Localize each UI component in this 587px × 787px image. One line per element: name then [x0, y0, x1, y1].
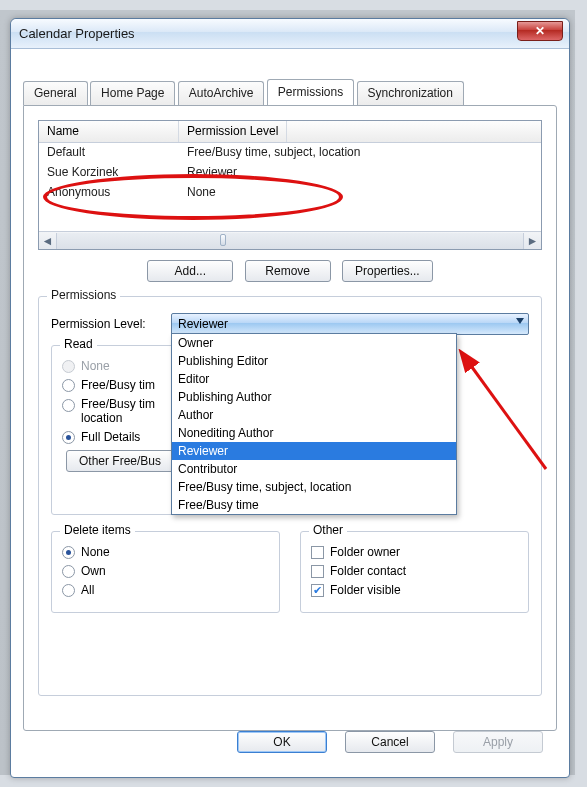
other-groupbox: Other Folder owner Folder contact ✔ Fold… — [300, 531, 529, 613]
cell-level: None — [179, 183, 224, 203]
table-row[interactable]: Anonymous None — [39, 183, 541, 203]
permissions-panel: Name Permission Level Default Free/Busy … — [23, 105, 557, 731]
tab-permissions[interactable]: Permissions — [267, 79, 354, 105]
dialog-footer: OK Cancel Apply — [233, 731, 547, 753]
tab-general[interactable]: General — [23, 81, 88, 105]
read-none-label: None — [81, 359, 110, 373]
cell-level: Reviewer — [179, 163, 245, 183]
read-freebusy-label: Free/Busy tim — [81, 378, 155, 392]
radio-dot-icon — [66, 435, 71, 440]
client-area: General Home Page AutoArchive Permission… — [19, 57, 561, 767]
scroll-trough[interactable] — [56, 233, 524, 249]
dropdown-item[interactable]: Author — [172, 406, 456, 424]
radio-icon — [62, 399, 75, 412]
combo-value: Reviewer — [178, 317, 228, 331]
window-title: Calendar Properties — [19, 26, 135, 41]
dropdown-item[interactable]: Editor — [172, 370, 456, 388]
folder-visible-row[interactable]: ✔ Folder visible — [311, 583, 518, 597]
dropdown-item[interactable]: Free/Busy time, subject, location — [172, 478, 456, 496]
other-legend: Other — [309, 523, 347, 537]
read-full-details-label: Full Details — [81, 430, 140, 444]
permission-level-row: Permission Level: Reviewer — [51, 313, 529, 335]
folder-owner-label: Folder owner — [330, 545, 400, 559]
checkbox-icon — [311, 546, 324, 559]
delete-all-label: All — [81, 583, 94, 597]
dropdown-item[interactable]: Free/Busy time — [172, 496, 456, 514]
permission-level-combo[interactable]: Reviewer — [171, 313, 529, 335]
scroll-left-icon[interactable]: ◄ — [39, 233, 56, 249]
delete-items-groupbox: Delete items None Own All — [51, 531, 280, 613]
radio-icon — [62, 546, 75, 559]
horizontal-scrollbar[interactable]: ◄ ► — [39, 231, 541, 249]
radio-icon — [62, 431, 75, 444]
add-button[interactable]: Add... — [147, 260, 233, 282]
ok-button[interactable]: OK — [237, 731, 327, 753]
delete-all-row[interactable]: All — [62, 583, 269, 597]
cell-name: Sue Korzinek — [39, 163, 179, 183]
folder-visible-label: Folder visible — [330, 583, 401, 597]
tabstrip: General Home Page AutoArchive Permission… — [23, 79, 557, 105]
dropdown-item[interactable]: Publishing Editor — [172, 352, 456, 370]
properties-button[interactable]: Properties... — [342, 260, 433, 282]
radio-icon — [62, 379, 75, 392]
scroll-right-icon[interactable]: ► — [524, 233, 541, 249]
titlebar: Calendar Properties ✕ — [11, 19, 569, 49]
cell-name: Anonymous — [39, 183, 179, 203]
table-row[interactable]: Default Free/Busy time, subject, locatio… — [39, 143, 541, 163]
dropdown-item[interactable]: Nonediting Author — [172, 424, 456, 442]
cancel-button[interactable]: Cancel — [345, 731, 435, 753]
dropdown-item[interactable]: Owner — [172, 334, 456, 352]
cell-name: Default — [39, 143, 179, 163]
other-freebusy-button[interactable]: Other Free/Bus — [66, 450, 174, 472]
check-icon: ✔ — [313, 585, 322, 596]
delete-other-row: Delete items None Own All — [51, 527, 529, 613]
folder-contact-label: Folder contact — [330, 564, 406, 578]
checkbox-icon — [311, 565, 324, 578]
remove-button[interactable]: Remove — [245, 260, 331, 282]
calendar-properties-dialog: Calendar Properties ✕ General Home Page … — [10, 18, 570, 778]
listview-rows: Default Free/Busy time, subject, locatio… — [39, 143, 541, 203]
read-freebusy-loc-label: Free/Busy tim location — [81, 397, 155, 425]
delete-legend: Delete items — [60, 523, 135, 537]
cell-level: Free/Busy time, subject, location — [179, 143, 368, 163]
radio-icon — [62, 360, 75, 373]
read-legend: Read — [60, 337, 97, 351]
permission-level-label: Permission Level: — [51, 317, 171, 331]
scroll-thumb[interactable] — [220, 234, 226, 246]
delete-own-label: Own — [81, 564, 106, 578]
permissions-legend: Permissions — [47, 288, 120, 302]
chevron-down-icon — [516, 318, 524, 324]
radio-icon — [62, 565, 75, 578]
permissions-groupbox: Permissions Permission Level: Reviewer O… — [38, 296, 542, 696]
close-button[interactable]: ✕ — [517, 21, 563, 41]
list-buttons: Add... Remove Properties... — [38, 260, 542, 282]
delete-none-row[interactable]: None — [62, 545, 269, 559]
checkbox-icon: ✔ — [311, 584, 324, 597]
radio-icon — [62, 584, 75, 597]
delete-none-label: None — [81, 545, 110, 559]
dropdown-item[interactable]: Reviewer — [172, 442, 456, 460]
dropdown-item[interactable]: Publishing Author — [172, 388, 456, 406]
tab-autoarchive[interactable]: AutoArchive — [178, 81, 265, 105]
column-name[interactable]: Name — [39, 121, 179, 142]
folder-owner-row[interactable]: Folder owner — [311, 545, 518, 559]
listview-header: Name Permission Level — [39, 121, 541, 143]
dropdown-item[interactable]: Contributor — [172, 460, 456, 478]
column-permission-level[interactable]: Permission Level — [179, 121, 287, 142]
delete-own-row[interactable]: Own — [62, 564, 269, 578]
apply-button[interactable]: Apply — [453, 731, 543, 753]
folder-contact-row[interactable]: Folder contact — [311, 564, 518, 578]
permission-level-dropdown[interactable]: Owner Publishing Editor Editor Publishin… — [171, 333, 457, 515]
radio-dot-icon — [66, 550, 71, 555]
table-row[interactable]: Sue Korzinek Reviewer — [39, 163, 541, 183]
tab-synchronization[interactable]: Synchronization — [357, 81, 464, 105]
close-icon: ✕ — [535, 24, 545, 38]
tab-home-page[interactable]: Home Page — [90, 81, 175, 105]
permissions-listview[interactable]: Name Permission Level Default Free/Busy … — [38, 120, 542, 250]
